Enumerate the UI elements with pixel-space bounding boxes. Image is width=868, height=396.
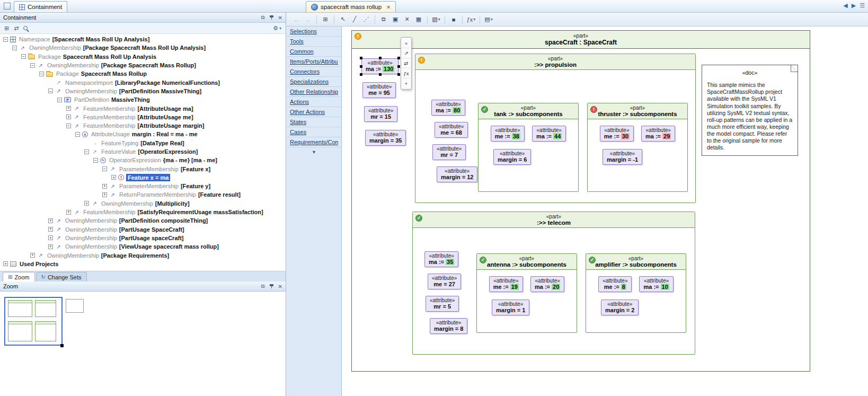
warning-icon[interactable]: !	[418, 57, 425, 64]
tree-node[interactable]: +↗ReturnParameterMembership[Feature resu…	[0, 190, 286, 199]
collapse-toggle-icon[interactable]: −	[30, 63, 35, 68]
forward-button[interactable]: →	[303, 14, 313, 25]
zoom-preview[interactable]	[0, 292, 286, 396]
tree-node[interactable]: +↗OwningMembership[ViewUsage spacecraft …	[0, 242, 286, 251]
palette-group-other-relationships[interactable]: Other Relationships	[287, 87, 341, 97]
attribute-box-margin[interactable]: «attribute»margin = 2	[601, 300, 639, 315]
tree-node[interactable]: →FeatureTyping[DataType Real]	[0, 139, 286, 147]
attribute-box-me[interactable]: «attribute»me := 8	[598, 276, 632, 292]
zoom-view-rectangle[interactable]	[4, 297, 63, 346]
palette-group-common[interactable]: Common	[287, 47, 341, 57]
collapse-toggle-icon[interactable]: −	[3, 37, 8, 42]
palette-group-requirements-con[interactable]: Requirements/Con...	[287, 137, 341, 147]
tab-change-sets[interactable]: ↻ Change Sets	[36, 272, 87, 281]
expand-toggle-icon[interactable]: +	[111, 175, 116, 180]
tree-node[interactable]: +↗FeatureMembership[AttributeUsage me]	[0, 113, 286, 121]
collapse-toggle-icon[interactable]: −	[102, 166, 107, 171]
close-panel-icon[interactable]: ✕	[278, 284, 282, 289]
subpart-box[interactable]: ✓«part»tank :> subcomponents«attribute»m…	[478, 103, 579, 192]
search-icon[interactable]	[23, 26, 28, 30]
cursor-button[interactable]: ↖	[338, 14, 348, 25]
copy-button[interactable]: ⧉	[378, 14, 389, 25]
collapse-toggle-icon[interactable]: −	[57, 98, 62, 102]
tree-node[interactable]: −↗ParameterMembership[Feature x]	[0, 164, 286, 173]
tree-node[interactable]: +↗OwningMembership[PartUsage SpaceCraft]	[0, 225, 286, 234]
tree-node[interactable]: +↗OwningMembership[PartUsage spaceCraft]	[0, 234, 286, 242]
tree-node[interactable]: +Used Projects	[0, 260, 286, 268]
layout-button[interactable]: ▦	[413, 14, 424, 25]
expand-toggle-icon[interactable]: +	[102, 184, 107, 189]
doc-note[interactable]: «doc» This sample mimics the SpaceCraftM…	[702, 65, 798, 156]
attribute-box-ma[interactable]: «attribute»ma := 29	[641, 126, 675, 142]
attribute-box-me[interactable]: «attribute»me := 38	[491, 126, 525, 142]
image-button[interactable]: ▧▾	[431, 14, 441, 25]
collapse-toggle-icon[interactable]: −	[93, 158, 98, 163]
expand-toggle-icon[interactable]: +	[102, 192, 107, 197]
attribute-box-mr[interactable]: «attribute»mr = 5	[426, 296, 459, 312]
float-panel-icon[interactable]: ⧉	[261, 283, 264, 289]
part-frame-spacecraft[interactable]: ! «part» spaceCraft : SpaceCraft «attrib…	[351, 30, 810, 372]
palette-group-items-ports-attribu[interactable]: Items/Ports/Attribu...	[287, 57, 341, 67]
expand-toggle-icon[interactable]: +	[48, 244, 53, 249]
part-header[interactable]: ✓«part»amplifier :> subcomponents	[586, 254, 686, 270]
back-button[interactable]: ←	[291, 14, 302, 25]
pin-panel-icon[interactable]	[269, 284, 274, 289]
select-in-containment-tree-button[interactable]: ⊞	[320, 14, 331, 25]
part-header[interactable]: ✓«part»antenna :> subcomponents	[477, 254, 577, 270]
draw-line-button[interactable]: ╱	[349, 14, 360, 25]
expand-toggle-icon[interactable]: +	[66, 115, 71, 119]
collapse-toggle-icon[interactable]: −	[48, 89, 53, 93]
attribute-box-margin[interactable]: «attribute»margin = 12	[437, 166, 477, 182]
palette-group-tools[interactable]: Tools	[287, 37, 341, 47]
attribute-box-ma[interactable]: «attribute»ma := 20	[530, 276, 564, 292]
expand-toggle-icon[interactable]: +	[48, 227, 53, 232]
tree-node[interactable]: +↗FeatureMembership[AttributeUsage ma]	[0, 104, 286, 112]
tree-node[interactable]: +fFeature x = ma	[0, 173, 286, 182]
subpart-box[interactable]: ✓«part»antenna :> subcomponents«attribut…	[476, 253, 577, 333]
tree-node[interactable]: +↗OwningMembership[Multiplicity]	[0, 199, 286, 208]
part-header[interactable]: ✓«part»tank :> subcomponents	[479, 103, 578, 119]
error-icon[interactable]: !	[590, 106, 597, 113]
palette-group-connectors[interactable]: Connectors	[287, 67, 341, 77]
attribute-box-mr[interactable]: «attribute»mr = 7	[432, 144, 466, 160]
tab-zoom[interactable]: ⊞ Zoom	[3, 272, 35, 281]
diagram-canvas[interactable]: ! «part» spaceCraft : SpaceCraft «attrib…	[342, 27, 868, 396]
tree-node[interactable]: −Namespace[Spacecraft Mass Roll Up Analy…	[0, 35, 286, 43]
tree-node[interactable]: −↗FeatureValue[OperatorExpression]	[0, 147, 286, 156]
palette-group-actions[interactable]: Actions	[287, 97, 341, 107]
tree-node[interactable]: +↗OwningMembership[Package Requirements]	[0, 251, 286, 259]
palette-more-icon[interactable]: ▼	[287, 147, 341, 155]
collapse-toggle-icon[interactable]: −	[84, 149, 89, 154]
options-button[interactable]: ▤▾	[483, 14, 494, 25]
fill-color-button[interactable]: ■	[448, 14, 459, 25]
part-header[interactable]: ✓«part»:>> telecom	[413, 212, 695, 228]
expand-toggle-icon[interactable]: +	[48, 235, 53, 240]
prev-tab-icon[interactable]: ◀	[843, 2, 847, 9]
part-box[interactable]: ✓«part»:>> telecom«attribute»ma := 35«at…	[412, 212, 695, 355]
attribute-box-ma[interactable]: «attribute»ma := 10	[639, 276, 673, 292]
attribute-box-margin[interactable]: «attribute»margin = -1	[603, 149, 642, 165]
collapse-toggle-icon[interactable]: −	[66, 124, 71, 128]
expand-toggle-icon[interactable]: +	[3, 261, 8, 266]
float-panel-icon[interactable]: ⧉	[261, 14, 264, 21]
palette-group-other-actions[interactable]: Other Actions	[287, 107, 341, 117]
expand-toggle-icon[interactable]: +	[66, 210, 71, 215]
tree-node[interactable]: ↗NamespaceImport[LibraryPackage Numerica…	[0, 78, 286, 86]
collapse-toggle-icon[interactable]: −	[39, 72, 44, 76]
close-panel-icon[interactable]: ✕	[278, 15, 282, 21]
tab-containment[interactable]: Containment	[14, 1, 67, 12]
attribute-box-ma[interactable]: «attribute»ma := 80	[431, 100, 465, 116]
tab-list-icon[interactable]: ☰	[860, 2, 865, 9]
close-tab-icon[interactable]: ✕	[386, 4, 391, 10]
attribute-box-me[interactable]: «attribute»me = 68	[435, 122, 468, 138]
tree-node[interactable]: +↗ParameterMembership[Feature y]	[0, 182, 286, 190]
attribute-box-ma[interactable]: «attribute»ma := 35	[424, 251, 458, 267]
collapse-toggle-icon[interactable]: −	[21, 54, 26, 59]
part-header[interactable]: !«part»thruster :> subcomponents	[588, 103, 687, 119]
attribute-box-margin[interactable]: «attribute»margin = 8	[430, 318, 467, 334]
part-header[interactable]: !«part»:>> propulsion	[415, 54, 695, 70]
attribute-box-margin[interactable]: «attribute»margin = 1	[492, 300, 529, 315]
palette-group-selections[interactable]: Selections	[287, 27, 341, 37]
part-box[interactable]: !«part»:>> propulsion«attribute»ma := 80…	[415, 54, 696, 203]
settings-gear-icon[interactable]: ⚙	[273, 25, 278, 32]
